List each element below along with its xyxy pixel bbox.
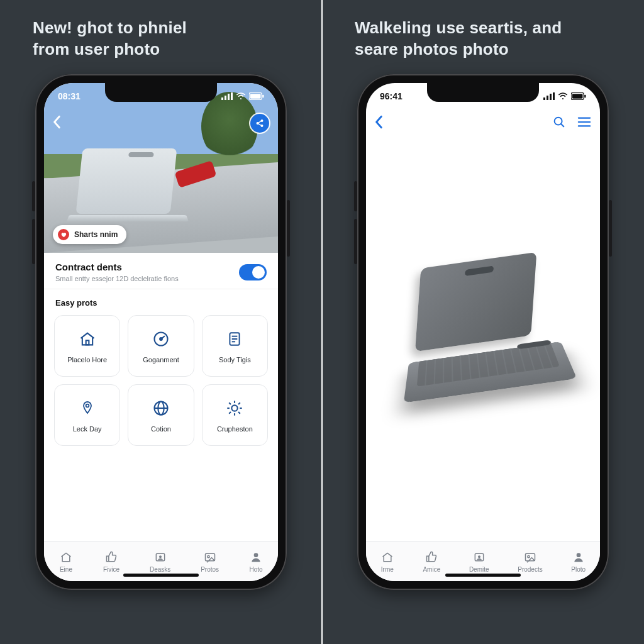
phone-screen-right: 96:41 (366, 83, 600, 581)
panel-right-headline: Walkeling use seartis, andseare photos p… (355, 18, 562, 60)
home-indicator[interactable] (123, 574, 199, 577)
tab-label: Prodects (518, 566, 542, 573)
phone-volume-button (354, 181, 357, 211)
pin-icon (77, 397, 98, 419)
tile-label: Leck Day (73, 425, 102, 433)
svg-rect-7 (262, 95, 264, 98)
back-button[interactable] (375, 115, 384, 131)
svg-point-42 (562, 98, 564, 99)
tab-ploto[interactable]: Ploto (571, 550, 586, 573)
setting-toggle[interactable] (239, 264, 267, 280)
svg-rect-0 (221, 97, 223, 100)
person-icon (249, 550, 263, 564)
home-icon (380, 550, 394, 564)
setting-subtitle: Small entty essejor 12D declelratie fion… (55, 275, 179, 282)
tile-grid: Placelo Hore Goganment Sody Tigis Leck D… (44, 311, 278, 446)
svg-point-54 (528, 555, 530, 557)
tab-deasks[interactable]: Deasks (150, 550, 170, 573)
svg-line-32 (238, 402, 240, 404)
phone-notch (427, 83, 539, 102)
tile-label: Placelo Hore (67, 356, 107, 364)
tab-irme[interactable]: Irme (380, 550, 394, 573)
svg-rect-3 (231, 92, 233, 100)
home-indicator[interactable] (445, 574, 521, 577)
cellular-icon (543, 92, 555, 100)
svg-point-55 (576, 553, 580, 557)
svg-point-36 (207, 555, 209, 557)
menu-icon (577, 116, 591, 128)
sun-icon (224, 397, 245, 419)
svg-rect-45 (584, 95, 586, 98)
svg-point-15 (160, 338, 162, 340)
wifi-icon (558, 92, 568, 100)
search-button[interactable] (552, 115, 566, 131)
setting-row-contract: Contract dents Small entty essejor 12D d… (44, 253, 278, 289)
tab-label: Deasks (150, 566, 170, 573)
house-icon (77, 328, 98, 350)
battery-icon (571, 92, 586, 100)
product-render (392, 256, 574, 422)
menu-button[interactable] (577, 116, 591, 130)
panel-right: Walkeling use seartis, andseare photos p… (322, 0, 644, 644)
battery-icon (249, 92, 264, 100)
tile-label: Crupheston (217, 425, 253, 433)
tab-label: Ploto (571, 566, 586, 573)
tab-label: Fivice (103, 566, 119, 573)
status-time: 08:31 (58, 91, 80, 101)
cellular-icon (221, 92, 233, 100)
tile-goganment[interactable]: Goganment (128, 315, 194, 377)
tab-eine[interactable]: Eine (59, 550, 73, 573)
phone-volume-button (32, 181, 35, 211)
svg-rect-6 (250, 94, 261, 98)
svg-point-34 (159, 555, 162, 558)
tab-label: Hoto (249, 566, 262, 573)
tile-leck-day[interactable]: Leck Day (54, 384, 120, 446)
image-icon (523, 550, 537, 564)
gauge-icon (150, 328, 172, 350)
svg-rect-1 (225, 96, 226, 100)
back-button[interactable] (53, 115, 62, 131)
thumbs-up-icon (425, 550, 438, 564)
svg-point-4 (240, 98, 242, 99)
image-icon (203, 550, 217, 564)
tab-demite[interactable]: Demite (469, 550, 489, 573)
phone-power-button (287, 200, 290, 257)
tab-label: Irme (381, 566, 394, 573)
tab-hoto[interactable]: Hoto (249, 550, 263, 573)
svg-line-11 (258, 121, 262, 123)
phone-screen-left: Sharts nnim 08:31 (44, 83, 278, 581)
hero-chip[interactable]: Sharts nnim (53, 225, 126, 244)
tab-prodects[interactable]: Prodects (518, 550, 542, 573)
share-button[interactable] (250, 114, 269, 133)
thumbs-up-icon (104, 550, 118, 564)
svg-rect-44 (572, 94, 583, 98)
phone-frame-left: Sharts nnim 08:31 (35, 74, 287, 590)
tile-label: Sody Tigis (219, 356, 251, 364)
tab-amice[interactable]: Amice (423, 550, 440, 573)
tile-placelo-hore[interactable]: Placelo Hore (54, 315, 120, 377)
tile-label: Goganment (143, 356, 179, 364)
tile-sody-tigis[interactable]: Sody Tigis (202, 315, 268, 377)
tab-fivice[interactable]: Fivice (103, 550, 119, 573)
product-viewer[interactable] (366, 137, 600, 541)
search-icon (552, 115, 566, 129)
tile-crupheston[interactable]: Crupheston (202, 384, 268, 446)
phone-frame-right: 96:41 (357, 74, 609, 590)
user-card-icon (153, 550, 167, 564)
tab-label: Amice (423, 566, 440, 573)
svg-rect-38 (543, 97, 545, 100)
person-icon (572, 550, 586, 564)
tile-cotion[interactable]: Cotion (128, 384, 194, 446)
share-icon (255, 119, 264, 128)
tab-protos[interactable]: Protos (201, 550, 219, 573)
tab-label: Demite (469, 566, 489, 573)
svg-rect-39 (547, 96, 548, 100)
phone-volume-button (32, 219, 35, 264)
svg-point-52 (478, 555, 480, 558)
phone-volume-button (354, 219, 357, 264)
home-icon (59, 550, 73, 564)
svg-line-47 (561, 124, 564, 127)
grid-heading: Easy prots (44, 289, 278, 311)
panel-left-headline: New! ghot to phnielfrom user photo (33, 18, 187, 60)
svg-line-29 (230, 402, 231, 404)
